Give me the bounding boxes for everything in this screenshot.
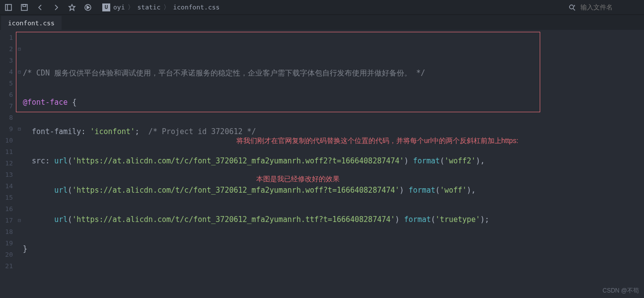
fold-marker[interactable] [16, 135, 23, 146]
breadcrumb-part[interactable]: static [137, 3, 160, 11]
svg-point-7 [570, 5, 573, 9]
code-line: src: url('https://at.alicdn.com/t/c/font… [23, 155, 644, 167]
line-number: 5 [0, 77, 16, 89]
line-number: 13 [0, 169, 16, 180]
svg-rect-0 [5, 4, 11, 10]
fold-marker[interactable] [16, 237, 23, 249]
code-line: /* CDN 服务仅供平台体验和调试使用，平台不承诺服务的稳定性，企业客户需下载… [23, 68, 644, 79]
fold-marker[interactable] [16, 169, 23, 180]
watermark: CSDN @不苟 [602, 287, 639, 295]
tab-bar: iconfont.css [0, 15, 644, 30]
fold-marker[interactable] [16, 249, 23, 260]
fold-marker[interactable] [16, 203, 23, 215]
fold-marker[interactable] [16, 112, 23, 123]
line-number: 14 [0, 180, 16, 192]
svg-rect-2 [21, 4, 27, 10]
search-input[interactable] [580, 3, 640, 11]
project-logo: U [102, 3, 110, 11]
code-line: font-family: 'iconfont'; /* Project id 3… [23, 126, 644, 138]
line-number: 20 [0, 249, 16, 260]
fold-marker[interactable]: ⊟ [16, 66, 23, 77]
run-icon[interactable] [83, 3, 92, 12]
editor[interactable]: 1 2 3 4 5 6 7 8 9 10 11 12 13 14 15 16 1… [0, 30, 644, 298]
line-number: 12 [0, 157, 16, 169]
svg-marker-4 [69, 4, 75, 10]
file-search[interactable] [568, 3, 640, 12]
star-icon[interactable] [68, 3, 76, 12]
fold-marker[interactable] [16, 180, 23, 192]
tab-iconfont-css[interactable]: iconfont.css [1, 16, 62, 30]
chevron-right-icon: 〉 [163, 3, 170, 12]
line-number: 11 [0, 146, 16, 157]
svg-line-8 [573, 8, 575, 10]
svg-marker-6 [87, 6, 89, 9]
search-icon[interactable] [568, 3, 576, 12]
fold-marker[interactable] [16, 77, 23, 89]
chevron-right-icon: 〉 [128, 3, 134, 12]
fold-gutter: ⊟ ⊟ ⊟ ⊟ [16, 30, 23, 298]
line-number: 21 [0, 260, 16, 272]
line-number: 15 [0, 192, 16, 203]
line-number: 2 [0, 43, 16, 55]
line-number: 17 [0, 215, 16, 226]
line-number: 10 [0, 135, 16, 146]
line-number: 6 [0, 89, 16, 100]
line-number: 19 [0, 237, 16, 249]
fold-marker[interactable] [16, 100, 23, 112]
code-line: url('https://at.alicdn.com/t/c/font_3720… [23, 185, 644, 196]
fold-marker[interactable] [16, 192, 23, 203]
line-number: 4 [0, 66, 16, 77]
fold-marker[interactable] [16, 55, 23, 66]
code-area[interactable]: /* CDN 服务仅供平台体验和调试使用，平台不承诺服务的稳定性，企业客户需下载… [23, 30, 644, 298]
code-line [23, 273, 644, 284]
breadcrumb: U oyi 〉 static 〉 iconfont.css [102, 3, 219, 12]
toolbar: U oyi 〉 static 〉 iconfont.css [0, 0, 644, 15]
code-line: url('https://at.alicdn.com/t/c/font_3720… [23, 214, 644, 225]
fold-marker[interactable] [16, 226, 23, 237]
svg-rect-3 [23, 4, 26, 6]
line-number: 7 [0, 100, 16, 112]
line-number: 9 [0, 123, 16, 135]
breadcrumb-part[interactable]: iconfont.css [173, 3, 219, 11]
line-number: 1 [0, 32, 16, 43]
fold-marker[interactable] [16, 32, 23, 43]
line-number: 8 [0, 112, 16, 123]
annotation-text: 本图是我已经修改好的效果 [256, 175, 340, 184]
code-line: } [23, 243, 644, 255]
fold-marker[interactable]: ⊟ [16, 43, 23, 55]
back-icon[interactable] [36, 3, 45, 12]
fold-marker[interactable] [16, 157, 23, 169]
fold-marker[interactable]: ⊟ [16, 215, 23, 226]
fold-marker[interactable] [16, 89, 23, 100]
line-number: 18 [0, 226, 16, 237]
save-icon[interactable] [20, 3, 29, 12]
fold-marker[interactable] [16, 146, 23, 157]
panel-toggle-icon[interactable] [4, 3, 13, 12]
fold-marker[interactable]: ⊟ [16, 123, 23, 135]
line-gutter: 1 2 3 4 5 6 7 8 9 10 11 12 13 14 15 16 1… [0, 30, 16, 298]
fold-marker[interactable] [16, 260, 23, 272]
annotation-text: 将我们刚才在官网复制的代码替换这个位置的代码，并将每个url中的两个反斜杠前加上… [236, 137, 518, 146]
forward-icon[interactable] [52, 3, 61, 12]
code-line: @font-face { [23, 97, 644, 108]
breadcrumb-part[interactable]: oyi [113, 3, 125, 11]
line-number: 3 [0, 55, 16, 66]
line-number: 16 [0, 203, 16, 215]
